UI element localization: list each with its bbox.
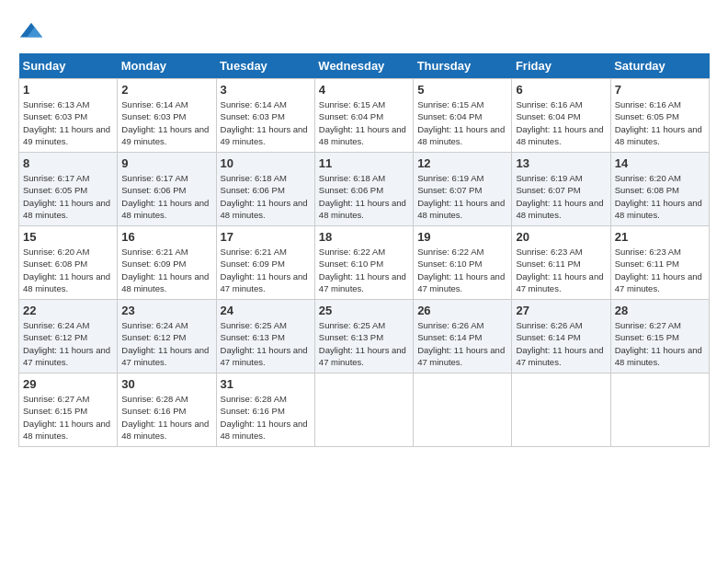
- calendar-cell: 4Sunrise: 6:15 AMSunset: 6:04 PMDaylight…: [314, 79, 413, 153]
- day-info: Sunrise: 6:18 AMSunset: 6:06 PMDaylight:…: [319, 172, 409, 221]
- calendar-cell: 14Sunrise: 6:20 AMSunset: 6:08 PMDayligh…: [610, 153, 709, 226]
- day-info: Sunrise: 6:20 AMSunset: 6:08 PMDaylight:…: [615, 172, 705, 221]
- day-number: 1: [23, 83, 113, 97]
- day-info: Sunrise: 6:26 AMSunset: 6:14 PMDaylight:…: [417, 319, 507, 368]
- day-info: Sunrise: 6:21 AMSunset: 6:09 PMDaylight:…: [221, 246, 311, 294]
- day-number: 14: [615, 156, 705, 170]
- day-info: Sunrise: 6:25 AMSunset: 6:13 PMDaylight:…: [221, 319, 311, 368]
- day-info: Sunrise: 6:28 AMSunset: 6:16 PMDaylight:…: [221, 393, 311, 442]
- day-number: 8: [23, 156, 113, 170]
- day-number: 10: [221, 156, 311, 170]
- calendar-cell: [414, 373, 512, 447]
- day-info: Sunrise: 6:16 AMSunset: 6:04 PMDaylight:…: [516, 98, 606, 147]
- calendar-cell: 6Sunrise: 6:16 AMSunset: 6:04 PMDaylight…: [512, 79, 610, 153]
- day-info: Sunrise: 6:25 AMSunset: 6:13 PMDaylight:…: [319, 319, 409, 368]
- day-number: 25: [319, 304, 409, 317]
- week-row-1: 1Sunrise: 6:13 AMSunset: 6:03 PMDaylight…: [19, 79, 710, 153]
- calendar-cell: [610, 373, 709, 447]
- weekday-header-sunday: Sunday: [19, 53, 118, 79]
- day-info: Sunrise: 6:17 AMSunset: 6:05 PMDaylight:…: [23, 172, 113, 221]
- calendar-cell: 23Sunrise: 6:24 AMSunset: 6:12 PMDayligh…: [118, 300, 216, 373]
- calendar-cell: 18Sunrise: 6:22 AMSunset: 6:10 PMDayligh…: [314, 226, 413, 300]
- page-header: [18, 18, 710, 44]
- calendar-cell: 12Sunrise: 6:19 AMSunset: 6:07 PMDayligh…: [414, 153, 512, 226]
- day-number: 12: [417, 156, 507, 170]
- calendar-cell: 5Sunrise: 6:15 AMSunset: 6:04 PMDaylight…: [414, 79, 512, 153]
- calendar-cell: 17Sunrise: 6:21 AMSunset: 6:09 PMDayligh…: [216, 226, 314, 300]
- calendar-cell: 29Sunrise: 6:27 AMSunset: 6:15 PMDayligh…: [19, 373, 118, 447]
- day-info: Sunrise: 6:19 AMSunset: 6:07 PMDaylight:…: [516, 172, 606, 221]
- calendar-cell: 2Sunrise: 6:14 AMSunset: 6:03 PMDaylight…: [118, 79, 216, 153]
- day-number: 18: [319, 230, 409, 244]
- day-info: Sunrise: 6:26 AMSunset: 6:14 PMDaylight:…: [516, 319, 606, 368]
- calendar-cell: 27Sunrise: 6:26 AMSunset: 6:14 PMDayligh…: [512, 300, 610, 373]
- day-info: Sunrise: 6:23 AMSunset: 6:11 PMDaylight:…: [516, 246, 606, 294]
- day-number: 26: [417, 304, 507, 317]
- weekday-header-row: SundayMondayTuesdayWednesdayThursdayFrid…: [19, 53, 710, 79]
- day-number: 13: [516, 156, 606, 170]
- day-number: 29: [23, 377, 113, 391]
- calendar-cell: 9Sunrise: 6:17 AMSunset: 6:06 PMDaylight…: [118, 153, 216, 226]
- day-number: 2: [121, 83, 211, 97]
- day-number: 28: [615, 304, 705, 317]
- calendar-cell: 19Sunrise: 6:22 AMSunset: 6:10 PMDayligh…: [414, 226, 512, 300]
- calendar-cell: 26Sunrise: 6:26 AMSunset: 6:14 PMDayligh…: [414, 300, 512, 373]
- day-number: 20: [516, 230, 606, 244]
- week-row-5: 29Sunrise: 6:27 AMSunset: 6:15 PMDayligh…: [19, 373, 710, 447]
- day-info: Sunrise: 6:20 AMSunset: 6:08 PMDaylight:…: [23, 246, 113, 294]
- day-info: Sunrise: 6:18 AMSunset: 6:06 PMDaylight:…: [221, 172, 311, 221]
- day-info: Sunrise: 6:27 AMSunset: 6:15 PMDaylight:…: [23, 393, 113, 442]
- calendar-cell: 21Sunrise: 6:23 AMSunset: 6:11 PMDayligh…: [610, 226, 709, 300]
- logo-icon: [18, 18, 44, 44]
- day-info: Sunrise: 6:13 AMSunset: 6:03 PMDaylight:…: [23, 98, 113, 147]
- week-row-4: 22Sunrise: 6:24 AMSunset: 6:12 PMDayligh…: [19, 300, 710, 373]
- calendar-cell: 8Sunrise: 6:17 AMSunset: 6:05 PMDaylight…: [19, 153, 118, 226]
- weekday-header-thursday: Thursday: [414, 53, 512, 79]
- day-number: 4: [319, 83, 409, 97]
- day-number: 17: [221, 230, 311, 244]
- calendar-cell: 7Sunrise: 6:16 AMSunset: 6:05 PMDaylight…: [610, 79, 709, 153]
- day-number: 21: [615, 230, 705, 244]
- day-info: Sunrise: 6:27 AMSunset: 6:15 PMDaylight:…: [615, 319, 705, 368]
- day-info: Sunrise: 6:21 AMSunset: 6:09 PMDaylight:…: [121, 246, 211, 294]
- weekday-header-friday: Friday: [512, 53, 610, 79]
- day-info: Sunrise: 6:16 AMSunset: 6:05 PMDaylight:…: [615, 98, 705, 147]
- calendar-cell: 28Sunrise: 6:27 AMSunset: 6:15 PMDayligh…: [610, 300, 709, 373]
- day-number: 3: [221, 83, 311, 97]
- day-info: Sunrise: 6:14 AMSunset: 6:03 PMDaylight:…: [121, 98, 211, 147]
- day-info: Sunrise: 6:15 AMSunset: 6:04 PMDaylight:…: [417, 98, 507, 147]
- weekday-header-tuesday: Tuesday: [216, 53, 314, 79]
- calendar-table: SundayMondayTuesdayWednesdayThursdayFrid…: [18, 53, 710, 447]
- day-info: Sunrise: 6:24 AMSunset: 6:12 PMDaylight:…: [23, 319, 113, 368]
- day-info: Sunrise: 6:19 AMSunset: 6:07 PMDaylight:…: [417, 172, 507, 221]
- day-info: Sunrise: 6:24 AMSunset: 6:12 PMDaylight:…: [121, 319, 211, 368]
- calendar-cell: [512, 373, 610, 447]
- day-info: Sunrise: 6:22 AMSunset: 6:10 PMDaylight:…: [319, 246, 409, 294]
- calendar-cell: 15Sunrise: 6:20 AMSunset: 6:08 PMDayligh…: [19, 226, 118, 300]
- calendar-cell: 20Sunrise: 6:23 AMSunset: 6:11 PMDayligh…: [512, 226, 610, 300]
- calendar-cell: 22Sunrise: 6:24 AMSunset: 6:12 PMDayligh…: [19, 300, 118, 373]
- day-number: 30: [121, 377, 211, 391]
- day-info: Sunrise: 6:22 AMSunset: 6:10 PMDaylight:…: [417, 246, 507, 294]
- day-number: 27: [516, 304, 606, 317]
- day-number: 16: [121, 230, 211, 244]
- calendar-cell: 3Sunrise: 6:14 AMSunset: 6:03 PMDaylight…: [216, 79, 314, 153]
- weekday-header-saturday: Saturday: [610, 53, 709, 79]
- calendar-cell: [314, 373, 413, 447]
- calendar-cell: 1Sunrise: 6:13 AMSunset: 6:03 PMDaylight…: [19, 79, 118, 153]
- day-info: Sunrise: 6:23 AMSunset: 6:11 PMDaylight:…: [615, 246, 705, 294]
- calendar-cell: 25Sunrise: 6:25 AMSunset: 6:13 PMDayligh…: [314, 300, 413, 373]
- calendar-cell: 16Sunrise: 6:21 AMSunset: 6:09 PMDayligh…: [118, 226, 216, 300]
- day-number: 31: [221, 377, 311, 391]
- day-info: Sunrise: 6:15 AMSunset: 6:04 PMDaylight:…: [319, 98, 409, 147]
- day-number: 7: [615, 83, 705, 97]
- day-info: Sunrise: 6:28 AMSunset: 6:16 PMDaylight:…: [121, 393, 211, 442]
- logo: [18, 18, 46, 44]
- calendar-cell: 31Sunrise: 6:28 AMSunset: 6:16 PMDayligh…: [216, 373, 314, 447]
- calendar-cell: 30Sunrise: 6:28 AMSunset: 6:16 PMDayligh…: [118, 373, 216, 447]
- day-number: 19: [417, 230, 507, 244]
- day-info: Sunrise: 6:17 AMSunset: 6:06 PMDaylight:…: [121, 172, 211, 221]
- day-number: 11: [319, 156, 409, 170]
- day-number: 15: [23, 230, 113, 244]
- day-number: 9: [121, 156, 211, 170]
